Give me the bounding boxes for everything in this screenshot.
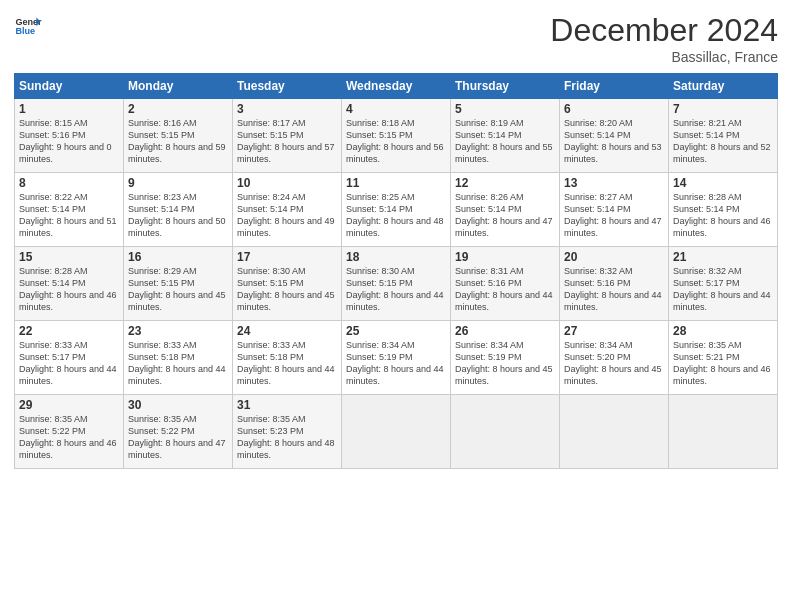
table-row: 31Sunrise: 8:35 AMSunset: 5:23 PMDayligh… <box>233 395 342 469</box>
day-number: 5 <box>455 102 555 116</box>
table-row: 6Sunrise: 8:20 AMSunset: 5:14 PMDaylight… <box>560 99 669 173</box>
day-number: 12 <box>455 176 555 190</box>
day-info: Sunrise: 8:18 AMSunset: 5:15 PMDaylight:… <box>346 117 446 166</box>
day-number: 18 <box>346 250 446 264</box>
day-number: 31 <box>237 398 337 412</box>
day-number: 8 <box>19 176 119 190</box>
table-row: 15Sunrise: 8:28 AMSunset: 5:14 PMDayligh… <box>15 247 124 321</box>
day-number: 17 <box>237 250 337 264</box>
day-number: 15 <box>19 250 119 264</box>
table-row: 13Sunrise: 8:27 AMSunset: 5:14 PMDayligh… <box>560 173 669 247</box>
calendar-table: Sunday Monday Tuesday Wednesday Thursday… <box>14 73 778 469</box>
day-info: Sunrise: 8:33 AMSunset: 5:18 PMDaylight:… <box>128 339 228 388</box>
col-thursday: Thursday <box>451 74 560 99</box>
table-row: 10Sunrise: 8:24 AMSunset: 5:14 PMDayligh… <box>233 173 342 247</box>
day-number: 6 <box>564 102 664 116</box>
day-number: 2 <box>128 102 228 116</box>
table-row: 16Sunrise: 8:29 AMSunset: 5:15 PMDayligh… <box>124 247 233 321</box>
table-row: 20Sunrise: 8:32 AMSunset: 5:16 PMDayligh… <box>560 247 669 321</box>
location: Bassillac, France <box>550 49 778 65</box>
table-row: 29Sunrise: 8:35 AMSunset: 5:22 PMDayligh… <box>15 395 124 469</box>
day-number: 16 <box>128 250 228 264</box>
col-monday: Monday <box>124 74 233 99</box>
table-row: 22Sunrise: 8:33 AMSunset: 5:17 PMDayligh… <box>15 321 124 395</box>
day-info: Sunrise: 8:33 AMSunset: 5:17 PMDaylight:… <box>19 339 119 388</box>
table-row: 23Sunrise: 8:33 AMSunset: 5:18 PMDayligh… <box>124 321 233 395</box>
day-number: 14 <box>673 176 773 190</box>
table-row: 19Sunrise: 8:31 AMSunset: 5:16 PMDayligh… <box>451 247 560 321</box>
day-info: Sunrise: 8:21 AMSunset: 5:14 PMDaylight:… <box>673 117 773 166</box>
day-info: Sunrise: 8:19 AMSunset: 5:14 PMDaylight:… <box>455 117 555 166</box>
day-number: 4 <box>346 102 446 116</box>
table-row: 26Sunrise: 8:34 AMSunset: 5:19 PMDayligh… <box>451 321 560 395</box>
day-info: Sunrise: 8:33 AMSunset: 5:18 PMDaylight:… <box>237 339 337 388</box>
table-row: 7Sunrise: 8:21 AMSunset: 5:14 PMDaylight… <box>669 99 778 173</box>
calendar-week-3: 15Sunrise: 8:28 AMSunset: 5:14 PMDayligh… <box>15 247 778 321</box>
table-row: 2Sunrise: 8:16 AMSunset: 5:15 PMDaylight… <box>124 99 233 173</box>
day-info: Sunrise: 8:22 AMSunset: 5:14 PMDaylight:… <box>19 191 119 240</box>
day-info: Sunrise: 8:34 AMSunset: 5:19 PMDaylight:… <box>346 339 446 388</box>
table-row: 30Sunrise: 8:35 AMSunset: 5:22 PMDayligh… <box>124 395 233 469</box>
day-info: Sunrise: 8:35 AMSunset: 5:22 PMDaylight:… <box>19 413 119 462</box>
day-info: Sunrise: 8:23 AMSunset: 5:14 PMDaylight:… <box>128 191 228 240</box>
day-info: Sunrise: 8:35 AMSunset: 5:22 PMDaylight:… <box>128 413 228 462</box>
table-row <box>560 395 669 469</box>
table-row <box>342 395 451 469</box>
day-info: Sunrise: 8:31 AMSunset: 5:16 PMDaylight:… <box>455 265 555 314</box>
day-info: Sunrise: 8:28 AMSunset: 5:14 PMDaylight:… <box>673 191 773 240</box>
day-number: 28 <box>673 324 773 338</box>
day-number: 23 <box>128 324 228 338</box>
day-info: Sunrise: 8:26 AMSunset: 5:14 PMDaylight:… <box>455 191 555 240</box>
day-number: 11 <box>346 176 446 190</box>
day-number: 25 <box>346 324 446 338</box>
day-number: 29 <box>19 398 119 412</box>
day-number: 13 <box>564 176 664 190</box>
header: General Blue December 2024 Bassillac, Fr… <box>14 12 778 65</box>
table-row: 28Sunrise: 8:35 AMSunset: 5:21 PMDayligh… <box>669 321 778 395</box>
header-row: Sunday Monday Tuesday Wednesday Thursday… <box>15 74 778 99</box>
table-row: 24Sunrise: 8:33 AMSunset: 5:18 PMDayligh… <box>233 321 342 395</box>
day-number: 20 <box>564 250 664 264</box>
day-number: 30 <box>128 398 228 412</box>
table-row: 21Sunrise: 8:32 AMSunset: 5:17 PMDayligh… <box>669 247 778 321</box>
calendar-week-2: 8Sunrise: 8:22 AMSunset: 5:14 PMDaylight… <box>15 173 778 247</box>
day-number: 26 <box>455 324 555 338</box>
day-number: 3 <box>237 102 337 116</box>
day-number: 10 <box>237 176 337 190</box>
table-row: 11Sunrise: 8:25 AMSunset: 5:14 PMDayligh… <box>342 173 451 247</box>
day-info: Sunrise: 8:34 AMSunset: 5:20 PMDaylight:… <box>564 339 664 388</box>
table-row <box>669 395 778 469</box>
month-title: December 2024 <box>550 12 778 49</box>
table-row: 1Sunrise: 8:15 AMSunset: 5:16 PMDaylight… <box>15 99 124 173</box>
day-info: Sunrise: 8:15 AMSunset: 5:16 PMDaylight:… <box>19 117 119 166</box>
table-row: 8Sunrise: 8:22 AMSunset: 5:14 PMDaylight… <box>15 173 124 247</box>
svg-text:Blue: Blue <box>15 26 35 36</box>
calendar-body: 1Sunrise: 8:15 AMSunset: 5:16 PMDaylight… <box>15 99 778 469</box>
day-info: Sunrise: 8:17 AMSunset: 5:15 PMDaylight:… <box>237 117 337 166</box>
table-row: 18Sunrise: 8:30 AMSunset: 5:15 PMDayligh… <box>342 247 451 321</box>
table-row: 14Sunrise: 8:28 AMSunset: 5:14 PMDayligh… <box>669 173 778 247</box>
day-info: Sunrise: 8:16 AMSunset: 5:15 PMDaylight:… <box>128 117 228 166</box>
table-row <box>451 395 560 469</box>
day-info: Sunrise: 8:25 AMSunset: 5:14 PMDaylight:… <box>346 191 446 240</box>
day-number: 19 <box>455 250 555 264</box>
table-row: 17Sunrise: 8:30 AMSunset: 5:15 PMDayligh… <box>233 247 342 321</box>
day-info: Sunrise: 8:30 AMSunset: 5:15 PMDaylight:… <box>346 265 446 314</box>
col-tuesday: Tuesday <box>233 74 342 99</box>
day-info: Sunrise: 8:29 AMSunset: 5:15 PMDaylight:… <box>128 265 228 314</box>
day-info: Sunrise: 8:32 AMSunset: 5:17 PMDaylight:… <box>673 265 773 314</box>
day-number: 7 <box>673 102 773 116</box>
calendar-week-5: 29Sunrise: 8:35 AMSunset: 5:22 PMDayligh… <box>15 395 778 469</box>
logo-icon: General Blue <box>14 12 42 40</box>
day-number: 24 <box>237 324 337 338</box>
day-info: Sunrise: 8:24 AMSunset: 5:14 PMDaylight:… <box>237 191 337 240</box>
day-info: Sunrise: 8:32 AMSunset: 5:16 PMDaylight:… <box>564 265 664 314</box>
calendar-week-1: 1Sunrise: 8:15 AMSunset: 5:16 PMDaylight… <box>15 99 778 173</box>
day-number: 21 <box>673 250 773 264</box>
day-number: 1 <box>19 102 119 116</box>
day-number: 22 <box>19 324 119 338</box>
calendar-week-4: 22Sunrise: 8:33 AMSunset: 5:17 PMDayligh… <box>15 321 778 395</box>
table-row: 4Sunrise: 8:18 AMSunset: 5:15 PMDaylight… <box>342 99 451 173</box>
day-number: 9 <box>128 176 228 190</box>
col-wednesday: Wednesday <box>342 74 451 99</box>
